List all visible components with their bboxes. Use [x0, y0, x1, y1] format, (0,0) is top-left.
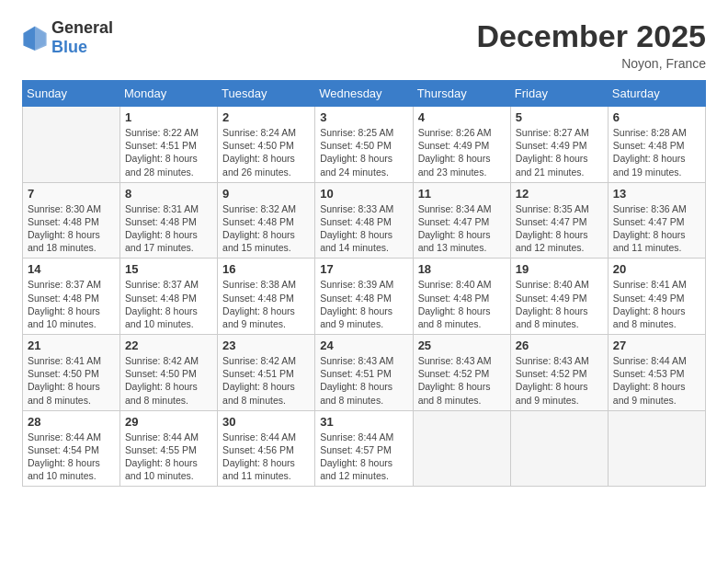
day-number: 26 [516, 339, 603, 352]
calendar-cell: 23Sunrise: 8:42 AMSunset: 4:51 PMDayligh… [218, 335, 315, 411]
calendar-cell: 20Sunrise: 8:41 AMSunset: 4:49 PMDayligh… [608, 259, 705, 335]
calendar-location: Noyon, France [476, 56, 706, 71]
cell-info: Sunrise: 8:42 AMSunset: 4:51 PMDaylight:… [222, 354, 310, 407]
day-number: 25 [418, 339, 506, 352]
logo-blue: Blue [51, 38, 87, 56]
calendar-week-row: 14Sunrise: 8:37 AMSunset: 4:48 PMDayligh… [23, 259, 706, 335]
calendar-cell: 18Sunrise: 8:40 AMSunset: 4:48 PMDayligh… [413, 259, 510, 335]
day-number: 14 [28, 262, 115, 276]
cell-info: Sunrise: 8:27 AMSunset: 4:49 PMDaylight:… [516, 126, 603, 178]
day-number: 9 [222, 187, 310, 201]
calendar-cell [510, 410, 608, 487]
day-number: 13 [613, 187, 700, 201]
cell-info: Sunrise: 8:37 AMSunset: 4:48 PMDaylight:… [28, 278, 115, 330]
cell-info: Sunrise: 8:43 AMSunset: 4:51 PMDaylight:… [320, 354, 407, 407]
calendar-week-row: 7Sunrise: 8:30 AMSunset: 4:48 PMDaylight… [23, 182, 706, 259]
day-number: 10 [320, 187, 407, 201]
day-number: 30 [222, 415, 310, 429]
day-number: 2 [222, 110, 310, 124]
day-number: 19 [516, 262, 603, 276]
calendar-cell: 5Sunrise: 8:27 AMSunset: 4:49 PMDaylight… [510, 107, 608, 183]
cell-info: Sunrise: 8:33 AMSunset: 4:48 PMDaylight:… [320, 202, 407, 255]
cell-info: Sunrise: 8:44 AMSunset: 4:54 PMDaylight:… [28, 431, 115, 483]
calendar-cell: 28Sunrise: 8:44 AMSunset: 4:54 PMDayligh… [23, 410, 120, 487]
cell-info: Sunrise: 8:38 AMSunset: 4:48 PMDaylight:… [222, 278, 310, 330]
calendar-cell: 29Sunrise: 8:44 AMSunset: 4:55 PMDayligh… [120, 410, 218, 487]
day-number: 12 [516, 187, 603, 201]
day-number: 16 [222, 262, 310, 276]
calendar-cell: 27Sunrise: 8:44 AMSunset: 4:53 PMDayligh… [608, 335, 705, 411]
day-number: 31 [320, 415, 407, 429]
calendar-cell [413, 410, 510, 487]
logo-text: General Blue [51, 18, 113, 57]
calendar-cell: 21Sunrise: 8:41 AMSunset: 4:50 PMDayligh… [23, 335, 120, 411]
header-day-saturday: Saturday [608, 81, 705, 107]
calendar-table: SundayMondayTuesdayWednesdayThursdayFrid… [22, 80, 706, 487]
day-number: 11 [418, 187, 506, 201]
title-block: December 2025 Noyon, France [476, 18, 706, 71]
calendar-cell: 1Sunrise: 8:22 AMSunset: 4:51 PMDaylight… [120, 107, 218, 183]
cell-info: Sunrise: 8:44 AMSunset: 4:53 PMDaylight:… [613, 354, 700, 407]
cell-info: Sunrise: 8:25 AMSunset: 4:50 PMDaylight:… [320, 126, 407, 178]
cell-info: Sunrise: 8:39 AMSunset: 4:48 PMDaylight:… [320, 278, 407, 330]
svg-marker-2 [23, 26, 35, 51]
day-number: 23 [222, 339, 310, 352]
calendar-cell: 10Sunrise: 8:33 AMSunset: 4:48 PMDayligh… [315, 182, 413, 259]
day-number: 22 [125, 339, 212, 352]
calendar-week-row: 21Sunrise: 8:41 AMSunset: 4:50 PMDayligh… [23, 335, 706, 411]
cell-info: Sunrise: 8:37 AMSunset: 4:48 PMDaylight:… [125, 278, 212, 330]
calendar-cell: 2Sunrise: 8:24 AMSunset: 4:50 PMDaylight… [218, 107, 315, 183]
cell-info: Sunrise: 8:26 AMSunset: 4:49 PMDaylight:… [418, 126, 506, 178]
calendar-cell: 17Sunrise: 8:39 AMSunset: 4:48 PMDayligh… [315, 259, 413, 335]
day-number: 18 [418, 262, 506, 276]
day-number: 24 [320, 339, 407, 352]
cell-info: Sunrise: 8:44 AMSunset: 4:55 PMDaylight:… [125, 431, 212, 483]
calendar-cell: 13Sunrise: 8:36 AMSunset: 4:47 PMDayligh… [608, 182, 705, 259]
cell-info: Sunrise: 8:40 AMSunset: 4:49 PMDaylight:… [516, 278, 603, 330]
day-number: 27 [613, 339, 700, 352]
calendar-cell: 14Sunrise: 8:37 AMSunset: 4:48 PMDayligh… [23, 259, 120, 335]
day-number: 29 [125, 415, 212, 429]
day-number: 17 [320, 262, 407, 276]
day-number: 20 [613, 262, 700, 276]
day-number: 4 [418, 110, 506, 124]
calendar-cell: 6Sunrise: 8:28 AMSunset: 4:48 PMDaylight… [608, 107, 705, 183]
cell-info: Sunrise: 8:32 AMSunset: 4:48 PMDaylight:… [222, 202, 310, 255]
calendar-cell: 3Sunrise: 8:25 AMSunset: 4:50 PMDaylight… [315, 107, 413, 183]
calendar-week-row: 28Sunrise: 8:44 AMSunset: 4:54 PMDayligh… [23, 410, 706, 487]
day-number: 7 [28, 187, 115, 201]
calendar-cell: 8Sunrise: 8:31 AMSunset: 4:48 PMDaylight… [120, 182, 218, 259]
day-number: 21 [28, 339, 115, 352]
cell-info: Sunrise: 8:28 AMSunset: 4:48 PMDaylight:… [613, 126, 700, 178]
day-number: 3 [320, 110, 407, 124]
day-number: 15 [125, 262, 212, 276]
cell-info: Sunrise: 8:34 AMSunset: 4:47 PMDaylight:… [418, 202, 506, 255]
cell-info: Sunrise: 8:44 AMSunset: 4:57 PMDaylight:… [320, 431, 407, 483]
cell-info: Sunrise: 8:44 AMSunset: 4:56 PMDaylight:… [222, 431, 310, 483]
calendar-cell [608, 410, 705, 487]
header-day-tuesday: Tuesday [218, 81, 315, 107]
cell-info: Sunrise: 8:41 AMSunset: 4:49 PMDaylight:… [613, 278, 700, 330]
cell-info: Sunrise: 8:41 AMSunset: 4:50 PMDaylight:… [28, 354, 115, 407]
header-day-sunday: Sunday [23, 81, 120, 107]
logo-icon [22, 25, 48, 51]
calendar-cell: 15Sunrise: 8:37 AMSunset: 4:48 PMDayligh… [120, 259, 218, 335]
day-number: 1 [125, 110, 212, 124]
calendar-cell: 22Sunrise: 8:42 AMSunset: 4:50 PMDayligh… [120, 335, 218, 411]
calendar-cell [23, 107, 120, 183]
calendar-cell: 19Sunrise: 8:40 AMSunset: 4:49 PMDayligh… [510, 259, 608, 335]
cell-info: Sunrise: 8:36 AMSunset: 4:47 PMDaylight:… [613, 202, 700, 255]
day-number: 8 [125, 187, 212, 201]
calendar-title: December 2025 [476, 18, 706, 54]
cell-info: Sunrise: 8:42 AMSunset: 4:50 PMDaylight:… [125, 354, 212, 407]
header-day-monday: Monday [120, 81, 218, 107]
page-header: General Blue December 2025 Noyon, France [22, 18, 706, 71]
cell-info: Sunrise: 8:40 AMSunset: 4:48 PMDaylight:… [418, 278, 506, 330]
calendar-cell: 16Sunrise: 8:38 AMSunset: 4:48 PMDayligh… [218, 259, 315, 335]
cell-info: Sunrise: 8:22 AMSunset: 4:51 PMDaylight:… [125, 126, 212, 178]
calendar-cell: 25Sunrise: 8:43 AMSunset: 4:52 PMDayligh… [413, 335, 510, 411]
calendar-week-row: 1Sunrise: 8:22 AMSunset: 4:51 PMDaylight… [23, 107, 706, 183]
cell-info: Sunrise: 8:30 AMSunset: 4:48 PMDaylight:… [28, 202, 115, 255]
logo: General Blue [22, 18, 113, 57]
cell-info: Sunrise: 8:31 AMSunset: 4:48 PMDaylight:… [125, 202, 212, 255]
